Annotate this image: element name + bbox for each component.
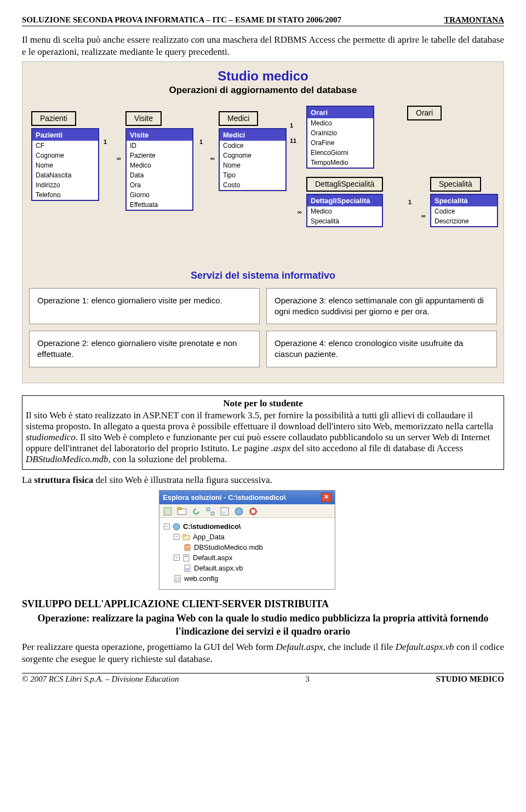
rel-inf-2: ∞ [210,155,215,162]
page-footer: © 2007 RCS Libri S.p.A. – Divisione Educ… [22,673,504,684]
tree-default-aspx[interactable]: −Default.aspx [164,552,330,563]
operazione-title: Operazione: realizzare la pagina Web con… [22,612,504,638]
config-icon [174,575,181,583]
explorer-toolbar: ‹› [159,504,335,518]
struttura-line: La struttura fisica del sito Web è illus… [22,474,504,486]
database-icon [184,544,191,551]
rel-1: 1 [104,139,107,145]
rel-4: 1 [408,199,411,205]
collapse-icon[interactable]: − [164,523,170,529]
orari-button[interactable]: Orari [407,106,442,120]
note-body-3: del sito accedono al file di database di… [290,443,463,453]
svg-rect-15 [184,555,189,561]
visite-table: Visite ID Paziente Medico Data Ora Giorn… [125,128,193,211]
aspx-icon [182,554,190,562]
footer-right: STUDIO MEDICO [436,675,504,684]
svg-rect-11 [183,534,186,536]
database-diagram: Studio medico Operazioni di aggiornament… [22,61,504,383]
rel-2: 1 [199,139,203,145]
close-icon[interactable]: ✕ [321,493,331,502]
operazione-1[interactable]: Operazione 1: elenco giornaliero visite … [29,288,260,325]
operazione-3[interactable]: Operazione 3: elenco settimanale con gli… [266,288,497,325]
explorer-title-text: Esplora soluzioni - C:\studiomedico\ [163,493,286,502]
svg-point-14 [185,549,190,551]
specialita-button[interactable]: Specialità [430,177,481,192]
diagram-title: Studio medico [22,68,504,84]
operazione-2[interactable]: Operazione 2: elenco giornaliero visite … [29,331,260,367]
collapse-icon[interactable]: − [174,534,180,540]
note-title: Note per lo studente [26,398,500,409]
asp-config-icon[interactable] [248,506,258,515]
svg-point-9 [173,523,180,530]
svg-rect-2 [178,508,181,510]
note-i1: studiomedico [26,432,76,442]
properties-icon[interactable] [163,506,173,515]
header-left: SOLUZIONE SECONDA PROVA INFORMATICA – IT… [22,15,341,25]
pazienti-title: Pazienti [32,129,98,141]
svg-rect-3 [207,508,210,511]
copy-website-icon[interactable] [234,506,244,515]
svg-text:‹›: ‹› [222,509,226,515]
servizi-title: Servizi del sistema informativo [29,270,497,281]
nest-icon[interactable] [205,506,215,515]
refresh-icon[interactable] [191,506,201,515]
note-box: Note per lo studente Il sito Web è stato… [22,395,504,470]
orari-table: Orari Medico OraInizio OraFine ElencoGio… [306,106,374,169]
show-all-icon[interactable] [177,506,187,515]
pazienti-table: Pazienti CF Cognome Nome DataNascita Ind… [31,128,99,201]
svg-rect-4 [211,512,214,515]
explorer-titlebar: Esplora soluzioni - C:\studiomedico\ ✕ [159,491,335,504]
rel-inf-4: ∞ [421,212,426,219]
dettagli-button[interactable]: DettagliSpecialità [306,177,383,192]
dettagli-table: DettagliSpecialità Medico Specialità [306,194,383,227]
svg-point-7 [235,508,243,516]
vb-file-icon: vb [184,565,191,572]
operazione-4[interactable]: Operazione 4: elenco cronologico visite … [266,331,497,367]
tree-appdata[interactable]: −App_Data [164,532,330,542]
section-sviluppo: SVILUPPO DELL'APPLICAZIONE CLIENT-SERVER… [22,598,504,610]
rel-inf-3: ∞ [298,209,302,215]
footer-left: © 2007 RCS Libri S.p.A. – Divisione Educ… [22,675,179,684]
view-code-icon[interactable]: ‹› [220,506,230,515]
note-i2: .aspx [271,443,290,453]
solution-explorer: Esplora soluzioni - C:\studiomedico\ ✕ ‹… [159,490,335,590]
folder-icon [182,533,190,541]
rel-inf-1: ∞ [117,155,121,162]
pazienti-button[interactable]: Pazienti [31,111,76,126]
website-icon [173,523,180,531]
svg-rect-16 [185,556,188,557]
tree-mdb[interactable]: DBStudioMedico.mdb [164,542,330,552]
note-i3: DBStudioMedico.mdb [26,454,108,464]
operazione-paragraph: Per realizzare questa operazione, proget… [22,641,504,665]
tree-root[interactable]: −C:\studiomedico\ [164,521,330,532]
medici-table: Medici Codice Cognome Nome Tipo Costo [219,128,287,191]
note-body-1: Il sito Web è stato realizzato in ASP.NE… [26,410,493,431]
tree-default-vb[interactable]: vbDefault.aspx.vb [164,563,330,573]
specialita-table: Specialità Codice Descrizione [430,194,498,227]
visite-button[interactable]: Visite [125,111,162,126]
rel-11: 11 [290,137,296,144]
note-body-4: , con la soluzione del problema. [108,454,227,464]
svg-rect-0 [164,508,171,516]
svg-text:vb: vb [185,567,190,571]
rel-3: 1 [290,122,293,129]
collapse-icon[interactable]: − [174,555,180,561]
medici-button[interactable]: Medici [219,111,258,126]
page-header: SOLUZIONE SECONDA PROVA INFORMATICA – IT… [22,15,504,26]
intro-paragraph: Il menu di scelta può anche essere reali… [22,34,504,58]
page-number: 3 [305,675,310,684]
explorer-tree: −C:\studiomedico\ −App_Data DBStudioMedi… [159,518,335,589]
tree-webconfig[interactable]: web.config [164,573,330,584]
header-right-link[interactable]: TRAMONTANA [444,15,504,25]
